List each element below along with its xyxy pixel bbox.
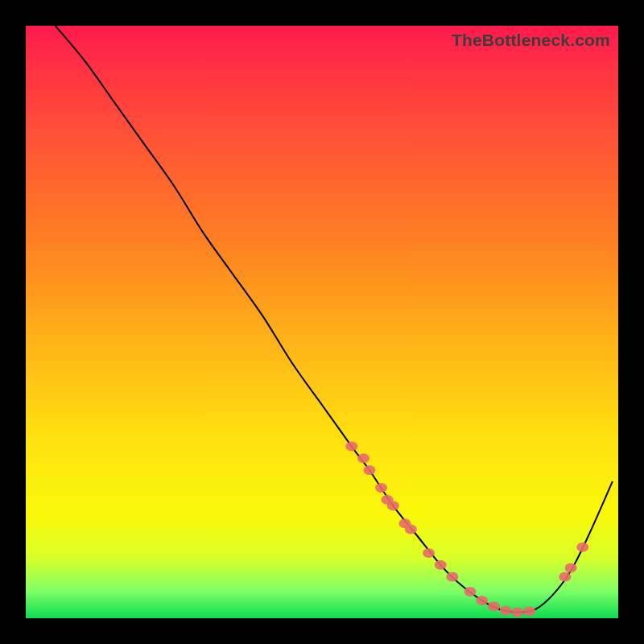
plot-area: TheBottleneck.com: [26, 26, 618, 618]
marker-dot: [559, 572, 571, 582]
marker-dot: [464, 587, 477, 597]
marker-dot: [446, 572, 458, 582]
marker-dot: [375, 483, 387, 493]
marker-dot: [500, 605, 512, 615]
marker-dot: [565, 563, 577, 572]
bottleneck-curve: [26, 26, 618, 618]
curve-path: [56, 26, 613, 613]
chart-frame: TheBottleneck.com: [0, 0, 644, 644]
marker-dot: [363, 465, 375, 475]
marker-dots-group: [345, 442, 588, 617]
marker-dot: [576, 543, 588, 552]
marker-dot: [387, 501, 399, 510]
marker-dot: [345, 442, 357, 452]
marker-dot: [488, 601, 500, 611]
marker-dot: [476, 596, 488, 605]
marker-dot: [423, 548, 435, 558]
marker-dot: [435, 560, 447, 570]
marker-dot: [511, 608, 523, 617]
marker-dot: [357, 453, 369, 463]
marker-dot: [405, 525, 417, 535]
marker-dot: [523, 606, 535, 616]
